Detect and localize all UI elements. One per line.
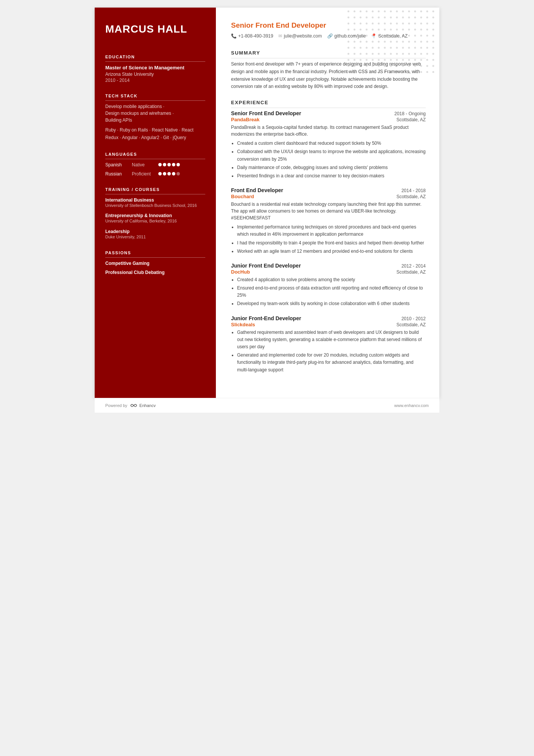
svg-point-5 [378, 11, 380, 13]
lang-name-1: Russian [105, 171, 132, 177]
svg-point-88 [426, 41, 428, 43]
exp-location-1: Scottsdale, AZ [397, 194, 426, 199]
brand-name: Enhancv [139, 403, 156, 408]
svg-point-24 [402, 17, 404, 19]
svg-point-44 [433, 23, 434, 25]
svg-point-43 [426, 23, 428, 25]
exp-sub-0: PandaBreak Scottsdale, AZ [231, 117, 426, 122]
page-wrapper: MARCUS HALL EDUCATION Master of Science … [95, 8, 439, 413]
exp-company-3: Slickdeals [231, 322, 255, 327]
contact-email: ✉ julie@website.com [278, 33, 322, 39]
svg-point-9 [402, 11, 404, 13]
enhancv-logo-icon [130, 403, 138, 408]
exp-company-1: Bouchard [231, 194, 254, 199]
exp-bullet: Presented findings in a clear and concis… [237, 172, 426, 180]
dot [176, 163, 180, 166]
tech-skill-0: Develop mobile applications · [105, 104, 205, 109]
exp-bullet: Created a custom client dashboard that r… [237, 140, 426, 147]
svg-point-29 [433, 17, 434, 19]
exp-header-0: Senior Front End Developer 2018 - Ongoin… [231, 110, 426, 116]
svg-point-0 [348, 11, 350, 13]
exp-bullet: Daily maintenance of code, debugging iss… [237, 164, 426, 171]
exp-role-0: Senior Front End Developer [231, 110, 301, 116]
contact-row: 📞 +1-808-490-3919 ✉ julie@website.com 🔗 … [231, 33, 426, 39]
passion-0: Competitive Gaming [105, 261, 205, 266]
exp-item-2: Junior Front End Developer 2012 - 2014 D… [231, 263, 426, 308]
exp-bullet: I had the responsibility to train 4 peop… [237, 239, 426, 247]
footer-left: Powered by Enhancv [105, 403, 156, 408]
exp-role-3: Junior Front-End Developer [231, 315, 301, 321]
svg-point-8 [396, 11, 398, 13]
passions-title: PASSIONS [105, 250, 205, 258]
svg-point-19 [372, 17, 374, 19]
exp-header-3: Junior Front-End Developer 2010 - 2012 [231, 315, 426, 321]
main-content-area: // dots pattern inline via SVG circles -… [216, 8, 439, 398]
experience-title: EXPERIENCE [231, 100, 426, 108]
training-course-2: Leadership [105, 229, 205, 234]
sidebar: MARCUS HALL EDUCATION Master of Science … [95, 8, 216, 398]
svg-point-22 [390, 17, 392, 19]
svg-point-21 [384, 17, 386, 19]
phone-text: +1-808-490-3919 [238, 33, 273, 39]
tech-stack-title: TECH STACK [105, 94, 205, 101]
training-item-2: Leadership Duke University, 2011 [105, 229, 205, 240]
training-course-0: International Business [105, 197, 205, 203]
language-item-0: Spanish Native [105, 162, 205, 167]
edu-school: Arizona State University [105, 72, 205, 77]
dot [172, 172, 175, 175]
svg-point-17 [360, 17, 362, 19]
tech-stack-section: TECH STACK Develop mobile applications ·… [105, 94, 205, 141]
languages-title: LANGUAGES [105, 152, 205, 159]
exp-item-3: Junior Front-End Developer 2010 - 2012 S… [231, 315, 426, 374]
github-text: github.com/julie [334, 33, 366, 39]
exp-bullets-3: Gathered requirements and assembled team… [231, 329, 426, 374]
svg-point-16 [354, 17, 356, 19]
email-text: julie@website.com [284, 33, 322, 39]
contact-github: 🔗 github.com/julie [327, 33, 366, 39]
svg-point-58 [426, 29, 428, 31]
svg-point-6 [384, 11, 386, 13]
exp-dates-2: 2012 - 2014 [401, 263, 426, 269]
tech-skill-1: Design mockups and wireframes · [105, 111, 205, 116]
exp-header-2: Junior Front End Developer 2012 - 2014 [231, 263, 426, 269]
exp-dates-0: 2018 - Ongoing [394, 111, 426, 116]
svg-point-11 [414, 11, 416, 13]
svg-point-4 [372, 11, 374, 13]
exp-location-2: Scottsdale, AZ [397, 269, 426, 275]
exp-bullet: Worked with an agile team of 12 members … [237, 248, 426, 255]
experience-section: EXPERIENCE Senior Front End Developer 20… [231, 100, 426, 374]
dot [163, 172, 166, 175]
exp-location-0: Scottsdale, AZ [397, 117, 426, 122]
summary-title: SUMMARY [231, 50, 426, 58]
svg-point-26 [414, 17, 416, 19]
tech-stack-list: Develop mobile applications · Design moc… [105, 104, 205, 123]
svg-point-13 [426, 11, 428, 13]
svg-point-12 [420, 11, 422, 13]
svg-point-164 [433, 71, 434, 73]
svg-point-148 [426, 65, 428, 67]
education-section: EDUCATION Master of Science in Managemen… [105, 55, 205, 83]
contact-location: 📍 Scottsdale, AZ [371, 33, 408, 39]
enhancv-logo: Enhancv [130, 403, 156, 408]
lang-dots-1 [158, 172, 180, 175]
dot [172, 163, 175, 166]
svg-point-118 [426, 53, 428, 55]
svg-point-25 [408, 17, 410, 19]
edu-years: 2010 - 2014 [105, 78, 205, 83]
svg-point-18 [366, 17, 368, 19]
svg-point-73 [426, 35, 428, 37]
svg-point-3 [366, 11, 368, 13]
svg-point-7 [390, 11, 392, 13]
exp-bullet: Generated and implemented code for over … [237, 352, 426, 374]
phone-icon: 📞 [231, 33, 237, 39]
edu-degree: Master of Science in Management [105, 65, 205, 71]
footer: Powered by Enhancv www.enhancv.com [95, 398, 439, 413]
dot [158, 163, 162, 166]
exp-role-1: Front End Developer [231, 187, 283, 193]
svg-point-59 [433, 29, 434, 31]
exp-item-1: Front End Developer 2014 - 2018 Bouchard… [231, 187, 426, 255]
contact-phone: 📞 +1-808-490-3919 [231, 33, 273, 39]
exp-description-1: Bouchard is a residential real estate te… [231, 201, 426, 221]
dot [158, 172, 162, 175]
exp-sub-2: DocHub Scottsdale, AZ [231, 269, 426, 275]
